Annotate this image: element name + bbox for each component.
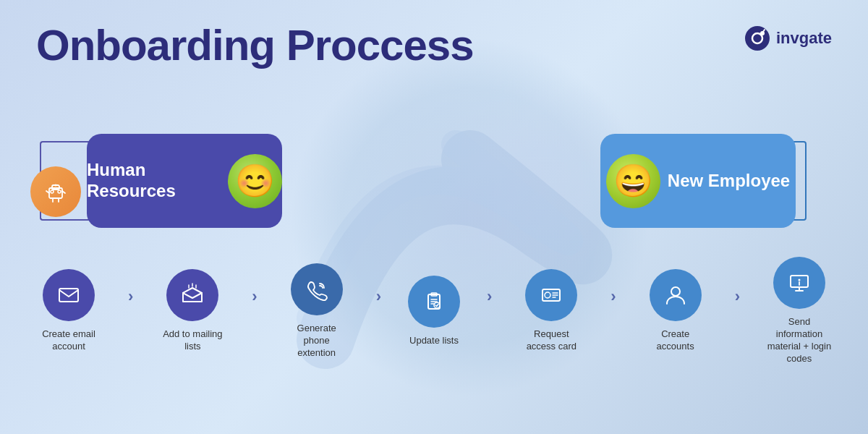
- step-phone-label: Generate phone extention: [284, 323, 349, 359]
- step-create-email: Create email account: [36, 269, 101, 353]
- logo-text: invgate: [776, 29, 832, 48]
- hr-label: Human Resources: [87, 160, 221, 202]
- step-create-email-label: Create email account: [36, 328, 101, 353]
- svg-point-7: [58, 190, 61, 193]
- svg-point-5: [55, 184, 57, 187]
- info-screen-icon: [786, 270, 812, 296]
- chevron-2: ›: [252, 287, 257, 306]
- step-send-label: Send information material + login codes: [767, 316, 832, 365]
- step-update-label: Update lists: [409, 335, 459, 347]
- emp-label: New Employee: [668, 171, 790, 192]
- step-mailing-lists: Add to mailing lists: [160, 269, 225, 353]
- step-access-card: Request access card: [519, 269, 584, 353]
- svg-point-0: [745, 26, 770, 51]
- svg-rect-12: [59, 289, 78, 302]
- step-access-circle: [525, 269, 577, 321]
- svg-point-31: [798, 279, 800, 281]
- page-title: Onboarding Proccess: [36, 20, 474, 70]
- step-send-info: Send information material + login codes: [767, 257, 832, 365]
- step-update-lists: Update lists: [408, 276, 460, 347]
- step-create-accounts: Create accounts: [643, 269, 708, 353]
- step-send-circle: [773, 257, 825, 309]
- svg-point-6: [51, 190, 54, 193]
- chevron-3: ›: [376, 287, 381, 306]
- chevron-6: ›: [735, 287, 740, 306]
- svg-point-23: [545, 292, 550, 298]
- step-phone: Generate phone extention: [284, 263, 349, 359]
- chevron-1: ›: [128, 287, 133, 306]
- step-phone-circle: [291, 263, 343, 315]
- clipboard-icon: [421, 289, 447, 315]
- process-row: Create email account › Add to mailing li…: [36, 257, 832, 365]
- step-access-label: Request access card: [519, 328, 584, 353]
- id-card-icon: [538, 282, 564, 308]
- user-icon: [663, 282, 689, 308]
- email-icon: [56, 282, 82, 308]
- logo: invgate: [744, 25, 832, 51]
- step-create-email-circle: [43, 269, 95, 321]
- page-container: Onboarding Proccess invgate Human Resour: [0, 0, 868, 434]
- phone-icon: [304, 276, 330, 302]
- chevron-5: ›: [610, 287, 616, 306]
- hr-emoji: 😊: [228, 154, 282, 208]
- email-open-icon: [179, 282, 205, 308]
- step-accounts-circle: [650, 269, 702, 321]
- invgate-logo-icon: [744, 25, 770, 51]
- hr-box: Human Resources 😊: [87, 134, 282, 228]
- robot-icon-circle: [30, 166, 81, 217]
- svg-point-27: [671, 287, 680, 296]
- robot-icon: [42, 178, 69, 205]
- emp-box: 😄 New Employee: [600, 134, 796, 228]
- step-mailing-circle: [166, 269, 218, 321]
- chevron-4: ›: [487, 287, 492, 306]
- step-update-circle: [408, 276, 460, 328]
- emp-emoji: 😄: [606, 154, 660, 208]
- step-mailing-label: Add to mailing lists: [160, 328, 225, 353]
- step-accounts-label: Create accounts: [643, 328, 708, 353]
